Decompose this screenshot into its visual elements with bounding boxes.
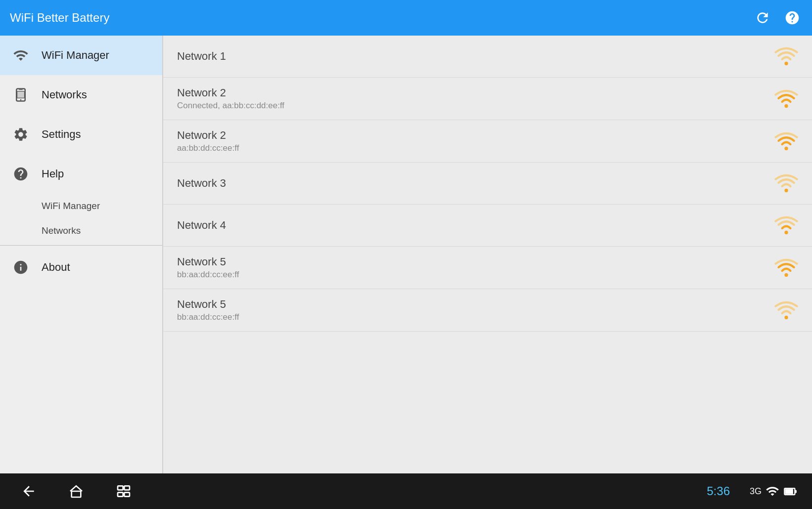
- home-icon: [68, 483, 84, 499]
- sidebar-item-settings[interactable]: Settings: [0, 115, 162, 154]
- svg-rect-15: [124, 493, 130, 497]
- app-title: WiFi Better Battery: [10, 11, 753, 25]
- svg-point-4: [784, 62, 788, 65]
- network-name-n5a: Network 5: [177, 255, 774, 268]
- app-bar-actions: [753, 8, 802, 28]
- network-type-label: 3G: [750, 486, 762, 497]
- back-icon: [21, 483, 37, 499]
- sidebar-item-about[interactable]: About: [0, 248, 162, 287]
- gear-icon: [13, 127, 29, 142]
- network-name-n3: Network 3: [177, 177, 774, 190]
- network-item-n1[interactable]: Network 1: [163, 36, 812, 78]
- wifi-signal-n2a: [774, 87, 798, 111]
- sidebar-settings-label: Settings: [42, 128, 81, 141]
- svg-point-5: [784, 104, 788, 107]
- help-icon: [784, 10, 800, 26]
- app-bar: WiFi Better Battery: [0, 0, 812, 36]
- network-info-n4: Network 4: [177, 219, 774, 232]
- sidebar-networks-label: Networks: [42, 88, 87, 101]
- network-item-n5a[interactable]: Network 5bb:aa:dd:cc:ee:ff: [163, 247, 812, 289]
- wifi-signal-n3: [774, 171, 798, 195]
- network-detail-n5b: bb:aa:dd:cc:ee:ff: [177, 312, 774, 322]
- help-circle-icon: [12, 165, 30, 183]
- sidebar: WiFi Manager Networks Settings: [0, 36, 163, 473]
- wifi-icon: [12, 46, 30, 64]
- back-button[interactable]: [15, 477, 43, 505]
- svg-point-10: [784, 315, 788, 319]
- network-info-n5a: Network 5bb:aa:dd:cc:ee:ff: [177, 255, 774, 280]
- network-info-n5b: Network 5bb:aa:dd:cc:ee:ff: [177, 298, 774, 322]
- sidebar-divider: [0, 245, 162, 246]
- network-name-n4: Network 4: [177, 219, 774, 232]
- bottom-bar: 5:36 3G: [0, 473, 812, 509]
- info-icon: [12, 258, 30, 276]
- svg-rect-14: [118, 493, 123, 497]
- help-circle-svg: [13, 166, 29, 182]
- sidebar-item-networks[interactable]: Networks: [0, 75, 162, 115]
- recents-icon: [116, 483, 132, 499]
- svg-rect-11: [72, 491, 81, 497]
- refresh-button[interactable]: [753, 8, 772, 28]
- svg-point-3: [20, 99, 22, 101]
- wifi-signal-n2b: [774, 129, 798, 153]
- network-item-n5b[interactable]: Network 5bb:aa:dd:cc:ee:ff: [163, 289, 812, 332]
- network-name-n2b: Network 2: [177, 129, 774, 142]
- svg-rect-1: [19, 89, 23, 90]
- refresh-icon: [755, 10, 770, 26]
- network-info-n1: Network 1: [177, 50, 774, 63]
- status-time: 5:36: [707, 484, 730, 498]
- wifi-signal-n5a: [774, 256, 798, 280]
- network-status: 3G: [750, 484, 797, 498]
- home-button[interactable]: [62, 477, 90, 505]
- sidebar-item-wifi-manager[interactable]: WiFi Manager: [0, 36, 162, 75]
- settings-icon: [12, 126, 30, 143]
- network-info-n3: Network 3: [177, 177, 774, 190]
- network-name-n2a: Network 2: [177, 86, 774, 99]
- network-item-n4[interactable]: Network 4: [163, 205, 812, 247]
- network-list: Network 1 Network 2Connected, aa:bb:cc:d…: [163, 36, 812, 473]
- phone-icon: [13, 87, 28, 102]
- battery-icon: [783, 484, 797, 498]
- sidebar-wifi-manager-label: WiFi Manager: [42, 49, 109, 62]
- network-name-n1: Network 1: [177, 50, 774, 63]
- signal-icon: [766, 484, 779, 498]
- svg-rect-18: [795, 490, 797, 493]
- svg-rect-17: [785, 489, 793, 494]
- svg-rect-12: [118, 486, 123, 490]
- info-circle-svg: [13, 259, 29, 275]
- help-button[interactable]: [782, 8, 802, 28]
- sidebar-about-label: About: [42, 261, 70, 274]
- network-detail-n5a: bb:aa:dd:cc:ee:ff: [177, 270, 774, 280]
- svg-point-6: [784, 146, 788, 150]
- network-item-n2b[interactable]: Network 2aa:bb:dd:cc:ee:ff: [163, 120, 812, 163]
- svg-point-8: [784, 231, 788, 234]
- sidebar-sub-item-wifi-manager[interactable]: WiFi Manager: [0, 194, 162, 218]
- sidebar-help-label: Help: [42, 168, 64, 180]
- network-detail-n2a: Connected, aa:bb:cc:dd:ee:ff: [177, 101, 774, 111]
- svg-point-7: [784, 189, 788, 192]
- svg-rect-13: [124, 486, 130, 490]
- main-content: WiFi Manager Networks Settings: [0, 36, 812, 473]
- network-item-n3[interactable]: Network 3: [163, 163, 812, 205]
- svg-rect-2: [17, 91, 25, 98]
- network-info-n2b: Network 2aa:bb:dd:cc:ee:ff: [177, 129, 774, 153]
- network-name-n5b: Network 5: [177, 298, 774, 311]
- network-detail-n2b: aa:bb:dd:cc:ee:ff: [177, 143, 774, 153]
- svg-point-9: [784, 273, 788, 276]
- recents-button[interactable]: [110, 477, 137, 505]
- wifi-signal-n1: [774, 44, 798, 68]
- wifi-signal-icon: [13, 47, 29, 63]
- sidebar-sub-item-networks[interactable]: Networks: [0, 218, 162, 243]
- wifi-signal-n4: [774, 213, 798, 237]
- wifi-signal-n5b: [774, 298, 798, 322]
- network-item-n2a[interactable]: Network 2Connected, aa:bb:cc:dd:ee:ff: [163, 78, 812, 120]
- network-info-n2a: Network 2Connected, aa:bb:cc:dd:ee:ff: [177, 86, 774, 111]
- networks-icon: [12, 86, 30, 104]
- sidebar-item-help[interactable]: Help: [0, 154, 162, 194]
